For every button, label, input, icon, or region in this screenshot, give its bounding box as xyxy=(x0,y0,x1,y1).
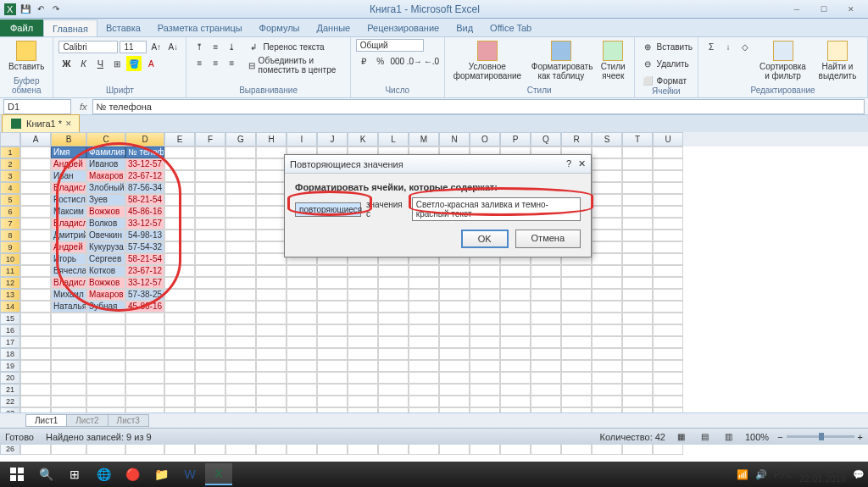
cell[interactable] xyxy=(470,313,500,324)
cell[interactable] xyxy=(409,324,439,336)
cell[interactable] xyxy=(592,182,622,194)
cell[interactable]: 33-12-57 xyxy=(125,158,164,170)
cell[interactable] xyxy=(409,384,439,396)
cell[interactable] xyxy=(348,360,378,372)
dialog-help-icon[interactable]: ? xyxy=(566,158,571,169)
cell[interactable] xyxy=(348,313,378,324)
cell[interactable] xyxy=(653,230,683,241)
cell[interactable]: Зубная xyxy=(86,301,125,313)
cell[interactable] xyxy=(195,384,225,396)
cell[interactable] xyxy=(622,348,653,360)
cell[interactable] xyxy=(225,313,256,324)
cell[interactable]: Владислав xyxy=(51,182,86,194)
cell[interactable]: № телефона xyxy=(125,147,164,158)
col-header-U[interactable]: U xyxy=(653,132,683,147)
cell-styles-button[interactable]: Стили ячеек xyxy=(598,39,629,82)
cell[interactable] xyxy=(653,384,683,396)
cell[interactable] xyxy=(20,241,51,253)
task-view-icon[interactable]: ⊞ xyxy=(61,463,88,485)
cell[interactable] xyxy=(653,158,683,170)
cell[interactable] xyxy=(561,324,592,336)
cell[interactable] xyxy=(561,289,592,301)
cell[interactable] xyxy=(164,147,195,158)
cell[interactable] xyxy=(531,265,561,277)
cell[interactable] xyxy=(225,147,256,158)
cell[interactable] xyxy=(622,182,653,194)
col-header-Q[interactable]: Q xyxy=(531,132,561,147)
cell[interactable] xyxy=(256,443,287,455)
cell[interactable]: Владислав xyxy=(51,218,86,230)
sheet-tab-3[interactable]: Лист3 xyxy=(108,414,149,427)
cell[interactable] xyxy=(653,289,683,301)
cell[interactable] xyxy=(409,336,439,348)
workbook-tab[interactable]: Книга1 * ✕ xyxy=(2,114,80,133)
cell[interactable] xyxy=(225,241,256,253)
cell[interactable] xyxy=(622,170,653,182)
tray-clock[interactable]: 21:19 22.01.2019 xyxy=(799,465,846,484)
merge-icon[interactable]: ⊟ xyxy=(246,58,256,73)
cell[interactable] xyxy=(470,301,500,313)
redo-icon[interactable]: ↷ xyxy=(49,3,63,16)
number-format-select[interactable]: Общий xyxy=(356,39,424,52)
cell[interactable] xyxy=(256,324,287,336)
cell[interactable] xyxy=(164,206,195,218)
cell[interactable] xyxy=(470,289,500,301)
cell[interactable] xyxy=(164,194,195,206)
cell[interactable] xyxy=(653,218,683,230)
cell[interactable]: Иван xyxy=(51,170,86,182)
cell[interactable] xyxy=(225,218,256,230)
cell[interactable] xyxy=(500,360,531,372)
cell[interactable] xyxy=(195,372,225,384)
col-header-H[interactable]: H xyxy=(256,132,287,147)
cell[interactable] xyxy=(378,443,409,455)
cell[interactable] xyxy=(86,360,125,372)
bold-button[interactable]: Ж xyxy=(58,56,74,71)
cell[interactable] xyxy=(195,194,225,206)
cell[interactable] xyxy=(51,372,86,384)
cell[interactable] xyxy=(378,313,409,324)
cell[interactable] xyxy=(622,336,653,348)
cell[interactable] xyxy=(256,241,287,253)
cell[interactable]: 87-56-34 xyxy=(125,182,164,194)
chrome-icon[interactable]: 🌐 xyxy=(90,463,117,485)
cell[interactable] xyxy=(439,277,470,289)
undo-icon[interactable]: ↶ xyxy=(34,3,47,16)
explorer-icon[interactable]: 📁 xyxy=(147,463,175,485)
cell[interactable]: Котков xyxy=(86,265,125,277)
paste-button[interactable]: Вставить xyxy=(5,39,47,73)
cell[interactable] xyxy=(164,182,195,194)
cell[interactable] xyxy=(164,372,195,384)
tab-Office Tab[interactable]: Office Tab xyxy=(481,19,540,36)
col-header-J[interactable]: J xyxy=(317,132,348,147)
cell[interactable] xyxy=(531,396,561,407)
cell[interactable] xyxy=(20,182,51,194)
cell[interactable] xyxy=(592,170,622,182)
cell[interactable] xyxy=(348,384,378,396)
cell[interactable] xyxy=(378,289,409,301)
cell[interactable] xyxy=(125,360,164,372)
cell[interactable] xyxy=(622,194,653,206)
cell[interactable] xyxy=(256,277,287,289)
save-icon[interactable]: 💾 xyxy=(19,3,32,16)
cell[interactable] xyxy=(195,253,225,265)
cell[interactable] xyxy=(592,230,622,241)
cell[interactable] xyxy=(256,348,287,360)
cell[interactable]: Сергеев xyxy=(86,253,125,265)
cell[interactable] xyxy=(195,324,225,336)
cell[interactable] xyxy=(86,384,125,396)
cell[interactable] xyxy=(348,336,378,348)
minimize-button[interactable]: ─ xyxy=(787,3,807,15)
cell[interactable] xyxy=(317,277,348,289)
cell[interactable]: Волков xyxy=(86,218,125,230)
row-header[interactable]: 9 xyxy=(0,241,20,253)
cell[interactable] xyxy=(592,206,622,218)
cell[interactable] xyxy=(51,443,86,455)
cell[interactable] xyxy=(439,289,470,301)
col-header-K[interactable]: K xyxy=(348,132,378,147)
inc-decimal-icon[interactable]: .0→ xyxy=(407,53,422,69)
cell[interactable] xyxy=(86,372,125,384)
cell[interactable] xyxy=(348,289,378,301)
cell[interactable] xyxy=(622,158,653,170)
row-header[interactable]: 3 xyxy=(0,170,20,182)
cell[interactable] xyxy=(653,324,683,336)
